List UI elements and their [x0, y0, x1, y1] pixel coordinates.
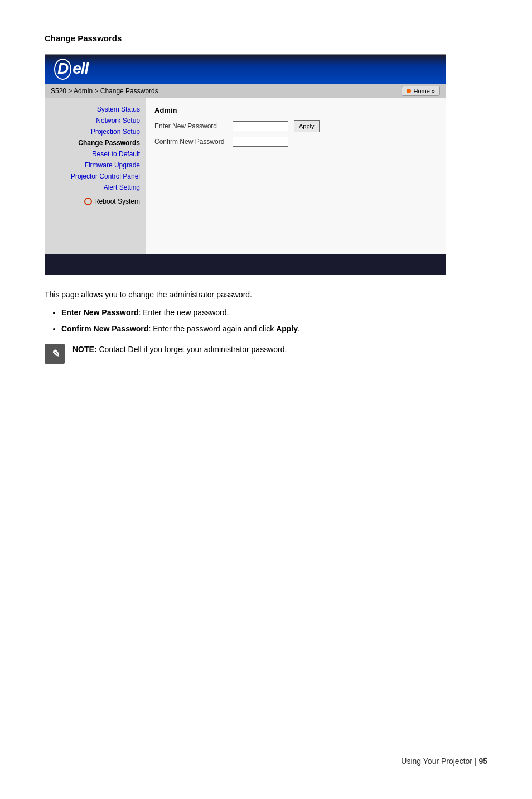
footer-bar [45, 254, 446, 275]
sidebar-item-network-setup[interactable]: Network Setup [45, 115, 146, 126]
reboot-system-button[interactable]: Reboot System [45, 193, 146, 207]
breadcrumb-bar: S520 > Admin > Change Passwords Home » [45, 84, 446, 98]
footer-text: Using Your Projector [401, 757, 472, 766]
apply-button[interactable]: Apply [294, 120, 320, 132]
home-dot-icon [407, 89, 411, 93]
note-label: NOTE: [72, 345, 97, 354]
sidebar-item-change-passwords[interactable]: Change Passwords [45, 137, 146, 148]
note-text: NOTE: Contact Dell if you forget your ad… [72, 344, 287, 355]
bullet-term-1: Enter New Password [61, 308, 139, 317]
intro-text: This page allows you to change the admin… [45, 288, 446, 301]
page-title: Change Passwords [45, 33, 487, 43]
note-body: Contact Dell if you forget your administ… [97, 345, 287, 354]
sidebar-item-reset-to-default[interactable]: Reset to Default [45, 148, 146, 160]
note-icon: ✎ [45, 344, 65, 364]
admin-section-title: Admin [154, 106, 437, 114]
bullet-list: Enter New Password: Enter the new passwo… [45, 306, 446, 335]
enter-new-password-input[interactable] [233, 121, 288, 131]
footer-separator: | [475, 757, 477, 766]
bullet-text-2: : Enter the password again and click [148, 324, 276, 333]
bullet-term-2: Confirm New Password [61, 324, 148, 333]
page-number: 95 [478, 757, 487, 766]
content-panel: Admin Enter New Password Apply Confirm N… [146, 98, 446, 254]
enter-password-label: Enter New Password [154, 122, 233, 130]
sidebar-item-projector-control-panel[interactable]: Projector Control Panel [45, 171, 146, 182]
confirm-new-password-input[interactable] [233, 137, 288, 147]
dell-logo: Dell [54, 59, 88, 80]
sidebar-item-firmware-upgrade[interactable]: Firmware Upgrade [45, 160, 146, 171]
bullet-enter-password: Enter New Password: Enter the new passwo… [61, 306, 446, 319]
sidebar-item-projection-setup[interactable]: Projection Setup [45, 126, 146, 137]
description-section: This page allows you to change the admin… [45, 288, 446, 364]
breadcrumb: S520 > Admin > Change Passwords [51, 87, 158, 95]
dell-header-bar: Dell [45, 55, 446, 84]
bullet-text-1: : Enter the new password. [139, 308, 229, 317]
home-label: Home » [413, 88, 435, 94]
confirm-password-label: Confirm New Password [154, 138, 233, 146]
enter-password-row: Enter New Password Apply [154, 120, 437, 132]
apply-inline-label: Apply [276, 324, 298, 333]
reboot-icon [84, 198, 92, 205]
home-button[interactable]: Home » [402, 86, 440, 96]
bullet-confirm-password: Confirm New Password: Enter the password… [61, 323, 446, 335]
web-interface-frame: Dell S520 > Admin > Change Passwords Hom… [45, 54, 446, 275]
sidebar-item-alert-setting[interactable]: Alert Setting [45, 182, 146, 193]
sidebar: System Status Network Setup Projection S… [45, 98, 146, 254]
main-content-area: System Status Network Setup Projection S… [45, 98, 446, 254]
confirm-password-row: Confirm New Password [154, 137, 437, 147]
page-footer: Using Your Projector | 95 [401, 757, 487, 766]
note-box: ✎ NOTE: Contact Dell if you forget your … [45, 344, 446, 364]
sidebar-item-system-status[interactable]: System Status [45, 104, 146, 115]
